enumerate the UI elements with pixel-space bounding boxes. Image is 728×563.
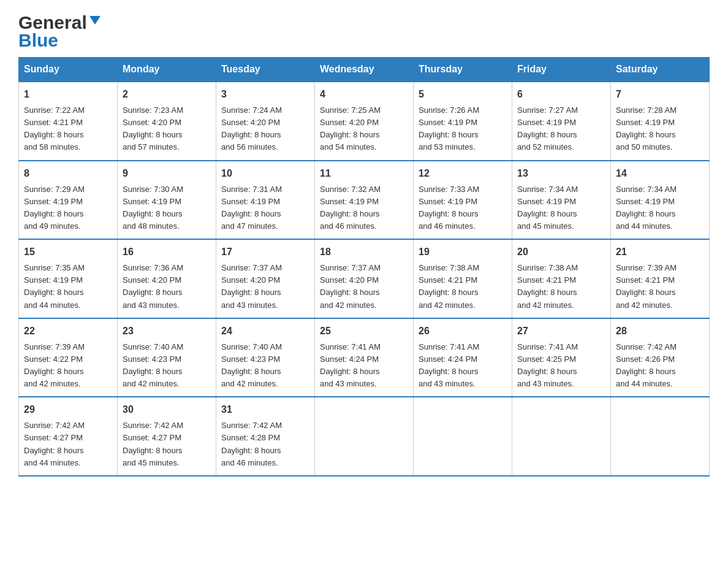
calendar-cell: 22 Sunrise: 7:39 AM Sunset: 4:22 PM Dayl…: [19, 318, 118, 397]
day-info: Sunrise: 7:40 AM Sunset: 4:23 PM Dayligh…: [221, 341, 309, 391]
header-saturday: Saturday: [611, 58, 710, 82]
calendar-cell: [315, 397, 414, 476]
day-info: Sunrise: 7:36 AM Sunset: 4:20 PM Dayligh…: [123, 262, 211, 312]
day-info: Sunrise: 7:24 AM Sunset: 4:20 PM Dayligh…: [221, 104, 309, 154]
day-info: Sunrise: 7:30 AM Sunset: 4:19 PM Dayligh…: [123, 183, 211, 233]
day-number: 12: [419, 166, 507, 181]
calendar-week-row: 8 Sunrise: 7:29 AM Sunset: 4:19 PM Dayli…: [19, 161, 710, 240]
calendar-header-row: SundayMondayTuesdayWednesdayThursdayFrid…: [19, 58, 710, 82]
calendar-week-row: 29 Sunrise: 7:42 AM Sunset: 4:27 PM Dayl…: [19, 397, 710, 476]
calendar-cell: 23 Sunrise: 7:40 AM Sunset: 4:23 PM Dayl…: [118, 318, 216, 397]
calendar-cell: 3 Sunrise: 7:24 AM Sunset: 4:20 PM Dayli…: [216, 82, 315, 161]
calendar-cell: 21 Sunrise: 7:39 AM Sunset: 4:21 PM Dayl…: [611, 239, 710, 318]
calendar-cell: 27 Sunrise: 7:41 AM Sunset: 4:25 PM Dayl…: [512, 318, 611, 397]
calendar-cell: 28 Sunrise: 7:42 AM Sunset: 4:26 PM Dayl…: [611, 318, 710, 397]
calendar-week-row: 1 Sunrise: 7:22 AM Sunset: 4:21 PM Dayli…: [19, 82, 710, 161]
calendar-cell: [414, 397, 512, 476]
day-number: 31: [221, 402, 309, 417]
calendar-cell: 12 Sunrise: 7:33 AM Sunset: 4:19 PM Dayl…: [414, 161, 512, 240]
day-info: Sunrise: 7:26 AM Sunset: 4:19 PM Dayligh…: [419, 104, 507, 154]
day-info: Sunrise: 7:34 AM Sunset: 4:19 PM Dayligh…: [616, 183, 704, 233]
calendar-cell: 24 Sunrise: 7:40 AM Sunset: 4:23 PM Dayl…: [216, 318, 315, 397]
calendar-cell: 25 Sunrise: 7:41 AM Sunset: 4:24 PM Dayl…: [315, 318, 414, 397]
day-info: Sunrise: 7:32 AM Sunset: 4:19 PM Dayligh…: [320, 183, 408, 233]
calendar-week-row: 22 Sunrise: 7:39 AM Sunset: 4:22 PM Dayl…: [19, 318, 710, 397]
calendar-cell: 20 Sunrise: 7:38 AM Sunset: 4:21 PM Dayl…: [512, 239, 611, 318]
day-number: 7: [616, 87, 704, 102]
day-number: 16: [123, 245, 211, 259]
day-info: Sunrise: 7:23 AM Sunset: 4:20 PM Dayligh…: [123, 104, 211, 154]
day-info: Sunrise: 7:39 AM Sunset: 4:21 PM Dayligh…: [616, 262, 704, 312]
calendar-cell: 29 Sunrise: 7:42 AM Sunset: 4:27 PM Dayl…: [19, 397, 118, 476]
day-info: Sunrise: 7:38 AM Sunset: 4:21 PM Dayligh…: [517, 262, 605, 312]
calendar-cell: 9 Sunrise: 7:30 AM Sunset: 4:19 PM Dayli…: [118, 161, 216, 240]
calendar-week-row: 15 Sunrise: 7:35 AM Sunset: 4:19 PM Dayl…: [19, 239, 710, 318]
day-number: 11: [320, 166, 408, 181]
day-info: Sunrise: 7:34 AM Sunset: 4:19 PM Dayligh…: [517, 183, 605, 233]
day-number: 22: [24, 324, 112, 339]
day-number: 23: [123, 324, 211, 339]
day-number: 29: [24, 402, 112, 417]
day-info: Sunrise: 7:41 AM Sunset: 4:25 PM Dayligh…: [517, 341, 605, 391]
day-number: 6: [517, 87, 605, 102]
calendar-cell: [611, 397, 710, 476]
header-sunday: Sunday: [19, 58, 118, 82]
day-number: 9: [123, 166, 211, 181]
day-info: Sunrise: 7:41 AM Sunset: 4:24 PM Dayligh…: [320, 341, 408, 391]
day-number: 21: [616, 245, 704, 259]
day-number: 15: [24, 245, 112, 259]
day-info: Sunrise: 7:42 AM Sunset: 4:27 PM Dayligh…: [24, 419, 112, 469]
day-number: 24: [221, 324, 309, 339]
day-info: Sunrise: 7:22 AM Sunset: 4:21 PM Dayligh…: [24, 104, 112, 154]
header-monday: Monday: [118, 58, 216, 82]
day-info: Sunrise: 7:38 AM Sunset: 4:21 PM Dayligh…: [419, 262, 507, 312]
calendar-cell: 30 Sunrise: 7:42 AM Sunset: 4:27 PM Dayl…: [118, 397, 216, 476]
calendar-cell: 2 Sunrise: 7:23 AM Sunset: 4:20 PM Dayli…: [118, 82, 216, 161]
calendar-cell: 26 Sunrise: 7:41 AM Sunset: 4:24 PM Dayl…: [414, 318, 512, 397]
calendar-cell: 6 Sunrise: 7:27 AM Sunset: 4:19 PM Dayli…: [512, 82, 611, 161]
day-number: 3: [221, 87, 309, 102]
calendar-cell: 5 Sunrise: 7:26 AM Sunset: 4:19 PM Dayli…: [414, 82, 512, 161]
header-wednesday: Wednesday: [315, 58, 414, 82]
day-number: 28: [616, 324, 704, 339]
day-info: Sunrise: 7:39 AM Sunset: 4:22 PM Dayligh…: [24, 341, 112, 391]
day-info: Sunrise: 7:40 AM Sunset: 4:23 PM Dayligh…: [123, 341, 211, 391]
day-info: Sunrise: 7:27 AM Sunset: 4:19 PM Dayligh…: [517, 104, 605, 154]
day-info: Sunrise: 7:37 AM Sunset: 4:20 PM Dayligh…: [320, 262, 408, 312]
day-info: Sunrise: 7:42 AM Sunset: 4:27 PM Dayligh…: [123, 419, 211, 469]
day-number: 10: [221, 166, 309, 181]
calendar-cell: 31 Sunrise: 7:42 AM Sunset: 4:28 PM Dayl…: [216, 397, 315, 476]
day-number: 17: [221, 245, 309, 259]
day-info: Sunrise: 7:41 AM Sunset: 4:24 PM Dayligh…: [419, 341, 507, 391]
day-number: 19: [419, 245, 507, 259]
day-number: 8: [24, 166, 112, 181]
header-tuesday: Tuesday: [216, 58, 315, 82]
day-number: 20: [517, 245, 605, 259]
logo-arrow-icon: [88, 13, 102, 29]
calendar-cell: 7 Sunrise: 7:28 AM Sunset: 4:19 PM Dayli…: [611, 82, 710, 161]
day-info: Sunrise: 7:29 AM Sunset: 4:19 PM Dayligh…: [24, 183, 112, 233]
day-number: 5: [419, 87, 507, 102]
calendar-cell: 4 Sunrise: 7:25 AM Sunset: 4:20 PM Dayli…: [315, 82, 414, 161]
calendar-cell: 15 Sunrise: 7:35 AM Sunset: 4:19 PM Dayl…: [19, 239, 118, 318]
calendar-cell: 1 Sunrise: 7:22 AM Sunset: 4:21 PM Dayli…: [19, 82, 118, 161]
day-info: Sunrise: 7:42 AM Sunset: 4:26 PM Dayligh…: [616, 341, 704, 391]
logo-blue-text: Blue: [18, 30, 58, 51]
calendar-cell: 14 Sunrise: 7:34 AM Sunset: 4:19 PM Dayl…: [611, 161, 710, 240]
calendar-cell: 16 Sunrise: 7:36 AM Sunset: 4:20 PM Dayl…: [118, 239, 216, 318]
day-info: Sunrise: 7:31 AM Sunset: 4:19 PM Dayligh…: [221, 183, 309, 233]
calendar-cell: 8 Sunrise: 7:29 AM Sunset: 4:19 PM Dayli…: [19, 161, 118, 240]
day-number: 1: [24, 87, 112, 102]
day-number: 25: [320, 324, 408, 339]
calendar-cell: 17 Sunrise: 7:37 AM Sunset: 4:20 PM Dayl…: [216, 239, 315, 318]
svg-marker-0: [89, 16, 100, 25]
day-info: Sunrise: 7:33 AM Sunset: 4:19 PM Dayligh…: [419, 183, 507, 233]
day-number: 18: [320, 245, 408, 259]
day-info: Sunrise: 7:35 AM Sunset: 4:19 PM Dayligh…: [24, 262, 112, 312]
calendar-cell: 19 Sunrise: 7:38 AM Sunset: 4:21 PM Dayl…: [414, 239, 512, 318]
calendar-cell: [512, 397, 611, 476]
day-number: 27: [517, 324, 605, 339]
calendar-cell: 10 Sunrise: 7:31 AM Sunset: 4:19 PM Dayl…: [216, 161, 315, 240]
header-thursday: Thursday: [414, 58, 512, 82]
calendar-table: SundayMondayTuesdayWednesdayThursdayFrid…: [18, 57, 710, 477]
